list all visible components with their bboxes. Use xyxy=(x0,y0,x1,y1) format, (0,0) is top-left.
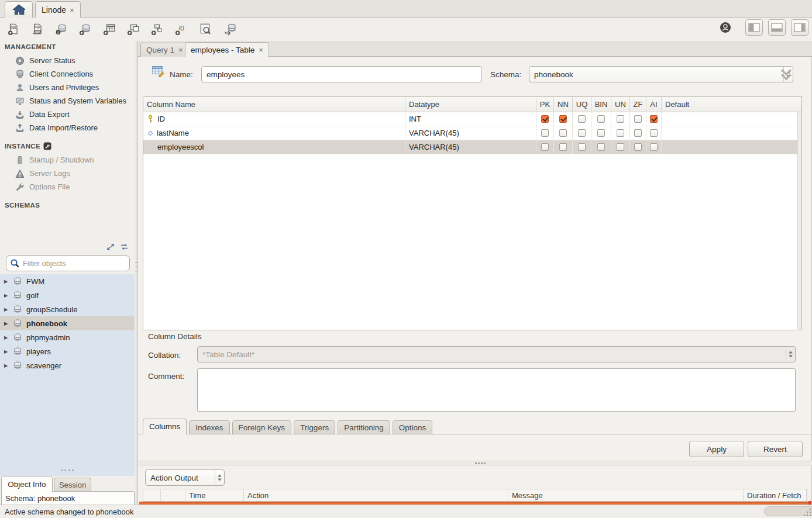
default-cell[interactable] xyxy=(662,126,801,140)
connection-tab-linode[interactable]: Linode × xyxy=(35,1,81,18)
sidebar-item-server-status[interactable]: Server Status xyxy=(0,54,136,67)
schema-item-phpmyadmin[interactable]: ▶phpmyadmin xyxy=(0,330,135,344)
close-icon[interactable]: × xyxy=(70,6,74,15)
sidebar-item-data-import-restore[interactable]: Data Import/Restore xyxy=(0,121,136,134)
create-function-button[interactable]: f() xyxy=(173,20,190,38)
output-header-duration-fetch[interactable]: Duration / Fetch xyxy=(744,489,807,501)
tab-options[interactable]: Options xyxy=(393,420,433,434)
datatype-cell[interactable]: VARCHAR(45) xyxy=(405,140,536,154)
tab-object-info[interactable]: Object Info xyxy=(1,476,53,492)
un-checkbox[interactable] xyxy=(617,115,624,123)
nn-checkbox[interactable] xyxy=(559,143,567,151)
output-splitter-grip[interactable] xyxy=(475,462,486,464)
expand-panel-icon[interactable] xyxy=(106,243,115,251)
schema-item-players[interactable]: ▶players xyxy=(0,344,135,358)
expander-triangle-icon[interactable]: ▶ xyxy=(4,279,9,284)
schema-item-golf[interactable]: ▶golf xyxy=(0,288,135,302)
output-header-message[interactable]: Message xyxy=(508,489,744,501)
sidebar-item-client-connections[interactable]: Client Connections xyxy=(0,67,136,81)
uq-checkbox[interactable] xyxy=(578,143,586,151)
collapse-header-chevron-icon[interactable] xyxy=(778,67,794,82)
grid-header-nn[interactable]: NN xyxy=(554,97,573,112)
zf-checkbox[interactable] xyxy=(634,115,642,123)
grid-header-pk[interactable]: PK xyxy=(536,97,554,112)
grid-scrollbar[interactable] xyxy=(797,112,801,330)
action-output-selector[interactable]: Action Output xyxy=(145,469,225,486)
nn-checkbox[interactable] xyxy=(559,115,567,123)
table-row[interactable]: employeescolVARCHAR(45) xyxy=(143,140,801,154)
create-schema-button[interactable] xyxy=(77,20,94,38)
uq-checkbox[interactable] xyxy=(578,129,586,137)
column-name-cell[interactable]: lastName xyxy=(143,126,405,140)
schema-filter-input[interactable] xyxy=(23,259,126,268)
schema-item-scavenger[interactable]: ▶scavenger xyxy=(0,358,135,372)
toggle-left-panel-button[interactable] xyxy=(745,19,763,36)
table-row[interactable]: lastNameVARCHAR(45) xyxy=(143,126,801,140)
toggle-bottom-panel-button[interactable] xyxy=(768,19,786,36)
toggle-right-panel-button[interactable] xyxy=(791,19,808,36)
schema-inspector-button[interactable]: i xyxy=(53,20,70,38)
close-icon[interactable]: × xyxy=(259,46,263,54)
grid-header-uq[interactable]: UQ xyxy=(573,97,591,112)
grid-header-column-name[interactable]: Column Name xyxy=(143,97,405,112)
grid-header-un[interactable]: UN xyxy=(611,97,630,112)
pk-checkbox[interactable] xyxy=(541,143,549,151)
sidebar-item-data-export[interactable]: Data Export xyxy=(0,108,136,121)
window-resize-grip[interactable] xyxy=(803,508,811,516)
default-cell[interactable] xyxy=(662,112,801,126)
tab-session[interactable]: Session xyxy=(54,478,91,492)
output-header-action[interactable]: Action xyxy=(244,489,508,501)
expander-triangle-icon[interactable]: ▶ xyxy=(4,363,9,368)
reconnect-db-button[interactable] xyxy=(221,20,238,38)
grid-header-default[interactable]: Default xyxy=(662,97,801,112)
datatype-cell[interactable]: VARCHAR(45) xyxy=(405,126,536,140)
column-name-cell[interactable]: employeescol xyxy=(143,140,405,154)
un-checkbox[interactable] xyxy=(617,143,624,151)
bin-checkbox[interactable] xyxy=(597,115,605,123)
grid-header-bin[interactable]: BIN xyxy=(591,97,611,112)
ai-checkbox[interactable] xyxy=(650,115,658,123)
pk-checkbox[interactable] xyxy=(541,129,549,137)
schema-item-phonebook[interactable]: ▶phonebook xyxy=(0,316,135,330)
expander-triangle-icon[interactable]: ▶ xyxy=(4,349,9,354)
default-cell[interactable] xyxy=(662,140,801,154)
ai-checkbox[interactable] xyxy=(650,129,658,137)
expander-triangle-icon[interactable]: ▶ xyxy=(4,335,9,340)
column-name-cell[interactable]: ID xyxy=(143,112,405,126)
tab-foreign-keys[interactable]: Foreign Keys xyxy=(232,420,292,434)
ai-checkbox[interactable] xyxy=(650,143,658,151)
uq-checkbox[interactable] xyxy=(578,115,586,123)
sidebar-item-users-and-privileges[interactable]: Users and Privileges xyxy=(0,81,136,94)
output-header-time[interactable]: Time xyxy=(185,489,244,501)
close-icon[interactable]: × xyxy=(178,46,183,54)
nn-checkbox[interactable] xyxy=(559,129,567,137)
comment-textarea[interactable] xyxy=(197,368,796,412)
grid-header-datatype[interactable]: Datatype xyxy=(405,97,536,112)
expander-triangle-icon[interactable]: ▶ xyxy=(4,321,9,326)
output-header-spacer[interactable] xyxy=(161,489,185,501)
zf-checkbox[interactable] xyxy=(634,129,642,137)
schema-item-fwm[interactable]: ▶FWM xyxy=(0,274,135,288)
tab-employees-table[interactable]: employees - Table× xyxy=(185,42,269,57)
collation-combo[interactable]: *Table Default* xyxy=(197,346,796,362)
sidebar-item-status-and-system-variables[interactable]: Status and System Variables xyxy=(0,94,136,108)
expander-triangle-icon[interactable]: ▶ xyxy=(4,307,9,312)
grid-header-zf[interactable]: ZF xyxy=(630,97,646,112)
pk-checkbox[interactable] xyxy=(541,115,549,123)
grid-header-ai[interactable]: AI xyxy=(646,97,662,112)
tab-partitioning[interactable]: Partitioning xyxy=(338,420,390,434)
create-table-button[interactable] xyxy=(101,20,118,38)
bin-checkbox[interactable] xyxy=(597,129,605,137)
apply-button[interactable]: Apply xyxy=(689,441,744,457)
datatype-cell[interactable]: INT xyxy=(405,112,536,126)
open-sql-script-button[interactable]: SQL xyxy=(29,20,46,38)
tab-columns[interactable]: Columns xyxy=(143,419,187,434)
refresh-schemas-icon[interactable] xyxy=(120,243,129,251)
home-tab[interactable] xyxy=(5,1,33,18)
output-header-spacer[interactable] xyxy=(143,489,161,501)
table-name-input[interactable]: employees xyxy=(201,66,482,82)
create-procedure-button[interactable] xyxy=(149,20,166,38)
schema-combo[interactable]: phonebook xyxy=(529,66,793,82)
zf-checkbox[interactable] xyxy=(634,143,642,151)
create-view-button[interactable] xyxy=(125,20,142,38)
